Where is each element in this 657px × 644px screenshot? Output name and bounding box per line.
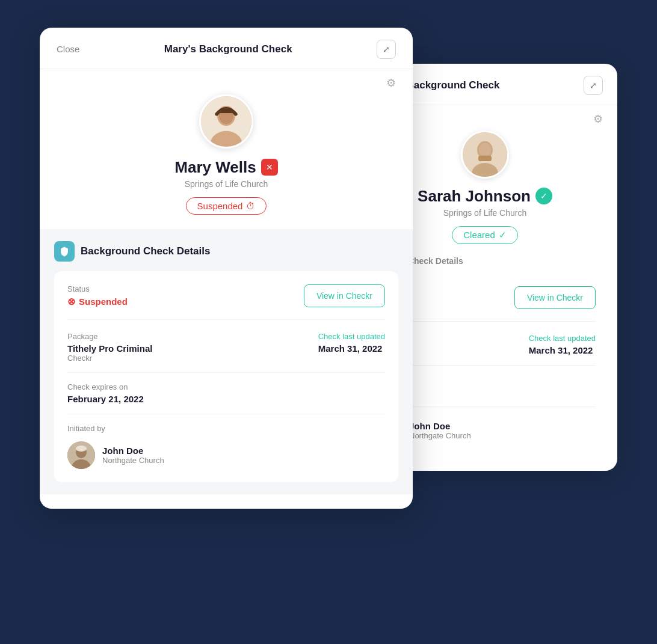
initiator-church: Northgate Church	[102, 456, 164, 465]
mary-card-title: Mary's Background Check	[164, 43, 292, 55]
mary-initiator-avatar	[67, 441, 95, 469]
mary-avatar	[199, 94, 253, 149]
sarah-check-updated: Check last updated March 31, 2022	[529, 334, 596, 355]
mary-package-row: Package Tithely Pro Criminal Checkr Chec…	[67, 332, 385, 373]
mary-status-value: ⊗ Suspended	[67, 296, 128, 307]
mary-church: Springs of Life Church	[185, 179, 268, 189]
check-updated-value: March 31, 2022	[318, 343, 385, 354]
mary-status-row: Status ⊗ Suspended View in Checkr	[67, 284, 385, 320]
sarah-avatar	[461, 130, 509, 179]
sarah-view-checkr-button[interactable]: View in Checkr	[514, 286, 596, 309]
close-button[interactable]: Close	[57, 44, 79, 54]
cleared-check-icon: ✓	[499, 230, 507, 241]
suspended-label: Suspended	[197, 201, 243, 211]
initiated-label: Initiated by	[67, 424, 385, 433]
check-updated-label: Check last updated	[318, 332, 385, 341]
mary-status-badge: Suspended ⏱	[186, 197, 267, 215]
sarah-name-row: Sarah Johnson ✓	[418, 187, 552, 206]
mary-check-updated: Check last updated March 31, 2022	[318, 332, 385, 363]
sarah-status-badge: Cleared ✓	[452, 226, 518, 244]
mary-name: Mary Wells	[174, 158, 256, 177]
mary-initiated-row: Initiated by John Doe	[67, 424, 385, 469]
mary-status-info: Status ⊗ Suspended	[67, 284, 128, 307]
shield-teal-icon	[54, 241, 75, 262]
mary-details-header: Background Check Details	[54, 241, 398, 262]
svg-point-15	[76, 446, 87, 452]
mary-status-label: Status	[67, 284, 128, 293]
expires-label: Check expires on	[67, 382, 385, 391]
mary-name-row: Mary Wells ✕	[174, 158, 277, 177]
mary-card-header: Close Mary's Background Check ⤢	[40, 28, 413, 69]
mary-background-check-card: Close Mary's Background Check ⤢ ⚙ Ma	[40, 28, 413, 509]
package-sub: Checkr	[67, 354, 152, 363]
package-value: Tithely Pro Criminal	[67, 343, 152, 354]
expand-icon: ⤢	[383, 44, 390, 54]
mary-profile-section: Mary Wells ✕ Springs of Life Church Susp…	[40, 90, 413, 229]
mary-initiator-info: John Doe Northgate Church	[102, 446, 164, 465]
sarah-name: Sarah Johnson	[418, 187, 531, 206]
mary-view-checkr-button[interactable]: View in Checkr	[304, 284, 385, 307]
suspended-clock-icon: ⏱	[246, 201, 255, 211]
svg-rect-4	[478, 155, 492, 161]
cleared-label: Cleared	[463, 230, 495, 240]
mary-expand-button[interactable]: ⤢	[377, 40, 396, 59]
sarah-initiator-info: John Doe Northgate Church	[409, 421, 471, 440]
sarah-verified-badge: ✓	[535, 188, 552, 204]
mary-details-title: Background Check Details	[81, 245, 210, 257]
package-label: Package	[67, 332, 152, 341]
mary-details-outer: Background Check Details Status ⊗ Suspen…	[40, 229, 413, 494]
mary-expires-row: Check expires on February 21, 2022	[67, 382, 385, 414]
mary-suspended-badge: ✕	[261, 159, 278, 176]
mary-gear-icon[interactable]: ⚙	[40, 69, 413, 90]
expand-icon: ⤢	[590, 81, 597, 90]
svg-point-3	[479, 143, 491, 157]
mary-initiator: John Doe Northgate Church	[67, 441, 385, 469]
mary-package-info: Package Tithely Pro Criminal Checkr	[67, 332, 152, 363]
sarah-expand-button[interactable]: ⤢	[584, 76, 603, 95]
suspended-icon-small: ⊗	[67, 296, 75, 307]
sarah-church: Springs of Life Church	[443, 208, 527, 218]
mary-details-card: Status ⊗ Suspended View in Checkr Packag…	[54, 271, 398, 482]
initiator-name: John Doe	[102, 446, 164, 456]
expires-value: February 21, 2022	[67, 394, 385, 404]
